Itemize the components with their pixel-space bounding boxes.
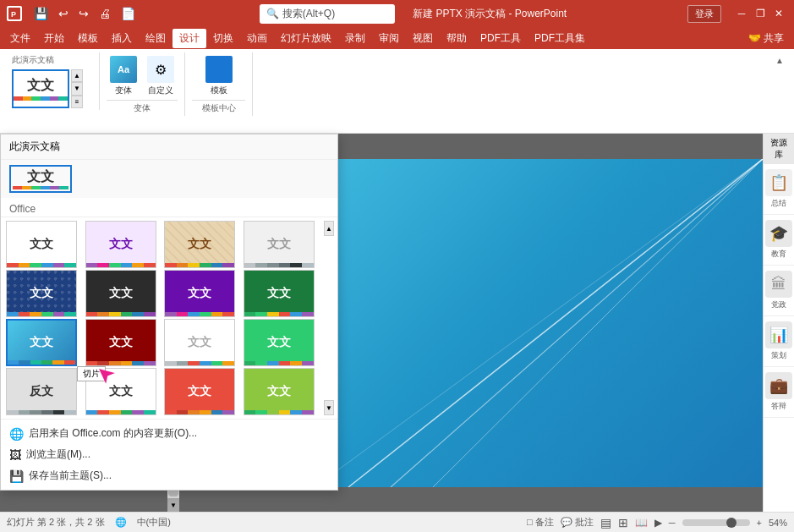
restore-button[interactable]: ❐: [752, 5, 769, 22]
footer-link-save[interactable]: 💾 保存当前主题(S)...: [9, 465, 329, 486]
menu-pdf1[interactable]: PDF工具: [474, 29, 528, 48]
menu-home[interactable]: 开始: [37, 29, 71, 48]
variant-label: 变体: [115, 85, 132, 96]
theme-thumb-1[interactable]: 文文: [85, 221, 156, 268]
footer-link-browse[interactable]: 🖼 浏览主题(M)...: [9, 444, 329, 465]
theme-thumb-4[interactable]: 文文: [6, 270, 77, 317]
menu-slideshow[interactable]: 幻灯片放映: [274, 29, 338, 48]
title-bar: P 💾 ↩ ↪ 🖨 📄 🔍 搜索(Alt+Q) 新建 PPTX 演示文稿 - P…: [0, 0, 794, 27]
scroll-down-arrow[interactable]: ▼: [167, 498, 179, 512]
theme-thumb-8[interactable]: 文文: [6, 319, 77, 366]
ribbon-template-btn[interactable]: 模板: [202, 54, 236, 98]
theme-thumb-14[interactable]: 文文: [164, 368, 235, 415]
resource-education[interactable]: 🎓 教育: [764, 215, 794, 266]
search-icon: 🔍: [266, 8, 279, 19]
zoom-plus-btn[interactable]: +: [757, 518, 762, 528]
undo-quick-btn[interactable]: ↩: [55, 5, 72, 22]
customize-label: 自定义: [148, 85, 173, 96]
ribbon-group-template: 模板 模板中心: [185, 52, 253, 116]
current-theme-row: 文文: [1, 160, 337, 198]
main-area: 此演示文稿 文文 Office: [0, 134, 794, 512]
resource-plan[interactable]: 📊 策划: [764, 316, 794, 367]
dropdown-scroll-down-btn[interactable]: ▼: [324, 400, 334, 415]
comments-btn[interactable]: 💬 批注: [561, 516, 594, 529]
redo-quick-btn[interactable]: ↪: [75, 5, 92, 22]
current-theme-label: 文文: [27, 77, 54, 95]
zoom-slider[interactable]: [682, 519, 750, 526]
ribbon-variant-btn[interactable]: Aa 变体: [107, 54, 140, 98]
theme-thumb-7[interactable]: 文文: [244, 270, 315, 317]
zoom-thumb[interactable]: [726, 518, 737, 528]
current-theme-thumb[interactable]: 文文: [12, 69, 69, 108]
government-icon: 🏛: [765, 271, 792, 298]
theme-thumb-0[interactable]: 文文: [6, 221, 77, 268]
ribbon-scroll-down[interactable]: ▼: [71, 82, 83, 95]
right-panel: 资源库 📋 总结 🎓 教育 🏛 党政 📊 策划 💼 答辩: [763, 134, 794, 512]
view-normal-btn[interactable]: ▤: [600, 516, 611, 529]
search-box[interactable]: 🔍 搜索(Alt+Q): [260, 4, 395, 24]
language-indicator: 🌐: [115, 517, 127, 528]
menu-draw[interactable]: 绘图: [139, 29, 172, 48]
ribbon-this-presentation: 此演示文稿 文文 ▲ ▼ ≡: [7, 52, 100, 110]
current-theme-text: 文文: [27, 168, 54, 186]
zoom-level: 54%: [769, 518, 787, 528]
print-quick-btn[interactable]: 🖨: [96, 5, 114, 22]
dropdown-scroll-bar: ▲ ▼: [324, 221, 334, 415]
resource-defense[interactable]: 💼 答辩: [764, 367, 794, 418]
pdf-quick-btn[interactable]: 📄: [118, 5, 139, 22]
theme-thumb-12[interactable]: 反文: [6, 368, 77, 415]
theme-thumb-6[interactable]: 文文: [164, 270, 235, 317]
menu-design[interactable]: 设计: [172, 29, 206, 48]
ribbon-collapse[interactable]: ▲: [772, 52, 787, 68]
footer-link-update[interactable]: 🌐 启用来自 Office.com 的内容更新(O)...: [9, 423, 329, 444]
title-right: 登录 ─ ❐ ✕: [687, 5, 787, 23]
title-bar-left: P 💾 ↩ ↪ 🖨 📄: [7, 5, 139, 22]
dropdown-scroll-up-btn[interactable]: ▲: [324, 221, 334, 236]
menu-file[interactable]: 文件: [3, 29, 37, 48]
ribbon-expand[interactable]: ≡: [71, 96, 83, 108]
theme-thumb-11[interactable]: 文文: [244, 319, 315, 366]
theme-dropdown: 此演示文稿 文文 Office: [0, 134, 338, 491]
zoom-minus-btn[interactable]: ─: [669, 518, 676, 528]
summary-icon: 📋: [765, 169, 792, 196]
view-slideshow-btn[interactable]: ▶: [654, 517, 662, 529]
ribbon-scroll-arrows: ▲ ▼ ≡: [71, 69, 83, 108]
menu-transitions[interactable]: 切换: [206, 29, 240, 48]
update-icon: 🌐: [9, 427, 24, 441]
menu-view[interactable]: 视图: [406, 29, 440, 48]
menu-review[interactable]: 审阅: [372, 29, 406, 48]
svg-line-2: [348, 159, 763, 487]
footer-link-save-label: 保存当前主题(S)...: [29, 469, 112, 483]
theme-thumb-2[interactable]: 文文: [164, 221, 235, 268]
theme-thumb-9[interactable]: 文文: [85, 319, 156, 366]
dropdown-office-label: Office: [1, 198, 337, 217]
notes-btn[interactable]: □ 备注: [527, 516, 554, 529]
resource-summary[interactable]: 📋 总结: [764, 164, 794, 215]
current-theme-preview[interactable]: 文文: [9, 165, 72, 193]
minimize-button[interactable]: ─: [733, 5, 750, 22]
ribbon-scroll-up[interactable]: ▲: [71, 69, 83, 82]
menu-help[interactable]: 帮助: [440, 29, 474, 48]
menu-record[interactable]: 录制: [338, 29, 372, 48]
menu-share[interactable]: 🤝 共享: [742, 29, 791, 48]
login-button[interactable]: 登录: [687, 5, 721, 23]
ribbon-customize-btn[interactable]: ⚙ 自定义: [144, 54, 178, 98]
view-reading-btn[interactable]: 📖: [635, 517, 648, 529]
theme-thumb-15[interactable]: 文文: [244, 368, 315, 415]
ribbon-group-variant: Aa 变体 ⚙ 自定义 变体: [100, 52, 185, 116]
theme-thumb-5[interactable]: 文文: [85, 270, 156, 317]
right-panel-title: 资源库: [764, 134, 794, 164]
ribbon: 此演示文稿 文文 ▲ ▼ ≡: [0, 49, 794, 134]
close-button[interactable]: ✕: [770, 5, 787, 22]
menu-pdf2[interactable]: PDF工具集: [528, 29, 592, 48]
menu-animations[interactable]: 动画: [240, 29, 274, 48]
status-bar: 幻灯片 第 2 张，共 2 张 🌐 中(中国) □ 备注 💬 批注 ▤ ⊞ 📖 …: [0, 512, 794, 532]
menu-insert[interactable]: 插入: [105, 29, 139, 48]
save-quick-btn[interactable]: 💾: [30, 5, 52, 22]
menu-template[interactable]: 模板: [71, 29, 105, 48]
theme-thumb-3[interactable]: 文文: [244, 221, 315, 268]
theme-thumb-10[interactable]: 文文: [164, 319, 235, 366]
template-icon: [205, 56, 233, 83]
view-sorter-btn[interactable]: ⊞: [618, 516, 628, 529]
resource-government[interactable]: 🏛 党政: [764, 266, 794, 316]
